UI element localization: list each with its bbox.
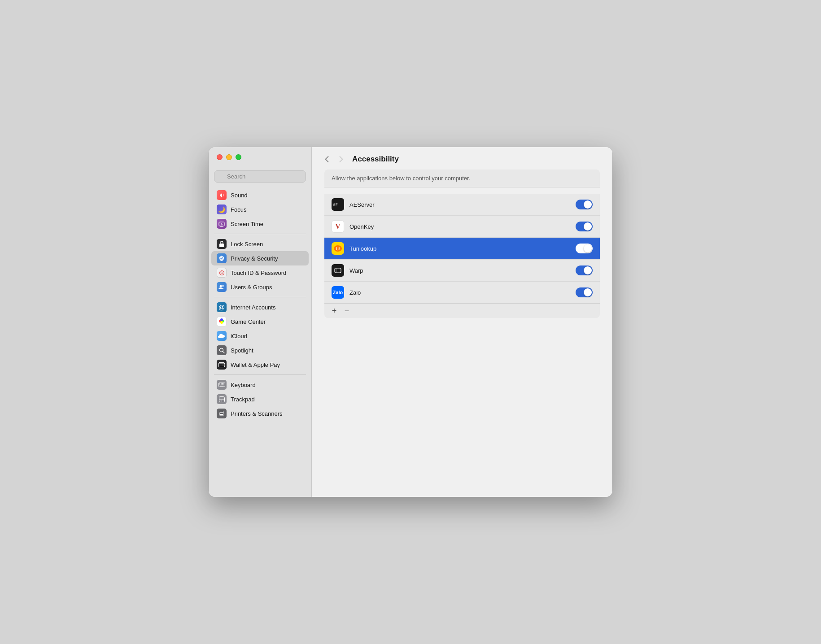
app-row-warp[interactable]: Warp xyxy=(324,260,600,282)
sidebar-item-wallet[interactable]: Wallet & Apple Pay xyxy=(211,357,309,372)
svg-rect-30 xyxy=(222,385,223,386)
openkey-icon: V xyxy=(332,220,344,233)
touchid-icon xyxy=(217,268,227,278)
sidebar-item-keyboard[interactable]: Keyboard xyxy=(211,378,309,392)
trackpad-label: Trackpad xyxy=(231,396,255,403)
svg-rect-31 xyxy=(223,385,224,386)
zalo-name: Zalo xyxy=(349,289,570,296)
sidebar-item-spotlight[interactable]: Spotlight xyxy=(211,343,309,357)
svg-point-44 xyxy=(339,248,340,249)
sidebar-item-touchid[interactable]: Touch ID & Password xyxy=(211,265,309,280)
svg-line-19 xyxy=(223,351,224,353)
tunlookup-toggle[interactable] xyxy=(576,244,593,253)
touchid-label: Touch ID & Password xyxy=(231,270,286,276)
app-list-footer: + − xyxy=(324,303,600,318)
sidebar-item-privacy[interactable]: Privacy & Security xyxy=(211,251,309,265)
forward-button[interactable] xyxy=(335,153,347,165)
sidebar-item-lockscreen[interactable]: Lock Screen xyxy=(211,237,309,251)
sidebar-scroll: Sound 🌙 Focus xyxy=(209,188,311,497)
divider-2 xyxy=(214,297,306,297)
sidebar-item-sound[interactable]: Sound xyxy=(211,188,309,202)
internet-icon: @ xyxy=(217,302,227,312)
trackpad-icon xyxy=(217,394,227,404)
svg-rect-24 xyxy=(219,383,220,384)
focus-icon: 🌙 xyxy=(217,205,227,214)
app-row-aeserver[interactable]: AE AEServer xyxy=(324,194,600,216)
svg-rect-32 xyxy=(220,386,223,387)
warp-name: Warp xyxy=(349,267,570,274)
sidebar-item-screentime[interactable]: Screen Time xyxy=(211,217,309,231)
screentime-label: Screen Time xyxy=(231,221,263,227)
gamecenter-icon xyxy=(217,317,227,326)
screentime-icon xyxy=(217,219,227,229)
tunlookup-icon xyxy=(332,242,344,255)
aeserver-icon: AE xyxy=(332,198,344,211)
keyboard-label: Keyboard xyxy=(231,382,256,388)
sidebar-section-3: @ Internet Accounts xyxy=(209,300,311,372)
minimize-button[interactable] xyxy=(226,154,232,160)
back-button[interactable] xyxy=(321,153,332,165)
zalo-icon: Zalo xyxy=(332,286,344,299)
sidebar-item-trackpad[interactable]: Trackpad xyxy=(211,392,309,406)
divider-3 xyxy=(214,374,306,375)
svg-point-11 xyxy=(220,285,222,287)
sidebar-section-2: Lock Screen Privacy & Security xyxy=(209,237,311,294)
svg-point-43 xyxy=(336,248,337,249)
divider-1 xyxy=(214,234,306,234)
aeserver-name: AEServer xyxy=(349,201,570,208)
svg-point-42 xyxy=(334,245,342,252)
tunlookup-name: Tunlookup xyxy=(349,245,570,252)
sidebar-item-users[interactable]: Users & Groups xyxy=(211,280,309,294)
sidebar-item-internet[interactable]: @ Internet Accounts xyxy=(211,300,309,314)
gamecenter-label: Game Center xyxy=(231,318,266,325)
page-title: Accessibility xyxy=(352,155,399,164)
app-row-openkey[interactable]: V OpenKey xyxy=(324,216,600,238)
svg-rect-7 xyxy=(219,244,224,247)
svg-text:AE: AE xyxy=(333,203,338,207)
lockscreen-label: Lock Screen xyxy=(231,241,263,248)
wallet-icon xyxy=(217,360,227,370)
icloud-label: iCloud xyxy=(231,333,247,339)
sidebar-section-1: Sound 🌙 Focus xyxy=(209,188,311,231)
zalo-toggle[interactable] xyxy=(576,287,593,297)
warp-toggle[interactable] xyxy=(576,265,593,275)
maximize-button[interactable] xyxy=(236,154,241,160)
privacy-label: Privacy & Security xyxy=(231,255,278,262)
svg-point-17 xyxy=(220,321,223,324)
app-list: AE AEServer V OpenKey xyxy=(324,194,600,303)
titlebar: Accessibility xyxy=(312,147,612,170)
printers-icon xyxy=(217,409,227,418)
svg-rect-29 xyxy=(221,385,222,386)
sound-icon xyxy=(217,190,227,200)
keyboard-icon xyxy=(217,380,227,390)
wallet-label: Wallet & Apple Pay xyxy=(231,361,280,368)
sidebar-item-gamecenter[interactable]: Game Center xyxy=(211,314,309,329)
svg-point-16 xyxy=(220,318,223,321)
lockscreen-icon xyxy=(217,239,227,249)
aeserver-toggle[interactable] xyxy=(576,200,593,209)
openkey-toggle[interactable] xyxy=(576,222,593,231)
sidebar-item-focus[interactable]: 🌙 Focus xyxy=(211,202,309,217)
svg-rect-26 xyxy=(222,383,223,384)
users-label: Users & Groups xyxy=(231,284,272,291)
close-button[interactable] xyxy=(217,154,223,160)
sidebar-item-icloud[interactable]: iCloud xyxy=(211,329,309,343)
app-row-zalo[interactable]: Zalo Zalo xyxy=(324,282,600,303)
focus-label: Focus xyxy=(231,206,246,213)
svg-rect-46 xyxy=(334,266,342,274)
main-content: Accessibility Allow the applications bel… xyxy=(312,147,612,497)
app-row-tunlookup[interactable]: Tunlookup xyxy=(324,238,600,260)
remove-app-button[interactable]: − xyxy=(341,305,353,316)
sidebar: Sound 🌙 Focus xyxy=(209,147,312,497)
sidebar-item-printers[interactable]: Printers & Scanners xyxy=(211,406,309,421)
users-icon xyxy=(217,282,227,292)
printers-label: Printers & Scanners xyxy=(231,410,283,417)
svg-rect-28 xyxy=(219,385,220,386)
sidebar-section-4: Keyboard Trackpad xyxy=(209,378,311,421)
traffic-lights xyxy=(209,147,249,167)
add-app-button[interactable]: + xyxy=(328,305,341,316)
search-input[interactable] xyxy=(214,170,306,183)
sound-label: Sound xyxy=(231,192,248,199)
spotlight-icon xyxy=(217,345,227,355)
icloud-icon xyxy=(217,331,227,341)
